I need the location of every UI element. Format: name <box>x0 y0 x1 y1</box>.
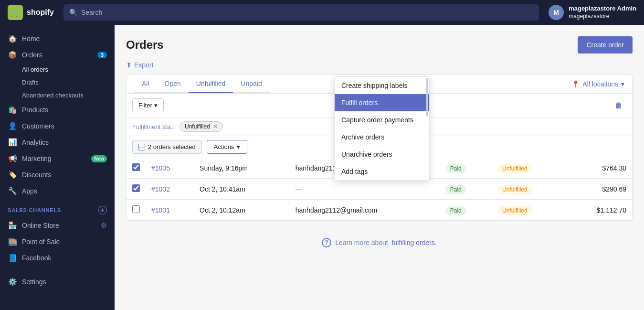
sidebar-item-online-store[interactable]: 🏪 Online Store ⚙ <box>0 217 115 234</box>
user-name: mageplazastore Admin <box>569 5 636 13</box>
dropdown-item-add-tags[interactable]: Add tags <box>335 163 429 180</box>
sidebar-item-label: Discounts <box>22 171 107 179</box>
order-payment-cell: Paid <box>440 158 492 179</box>
sidebar-item-facebook[interactable]: 📘 Facebook <box>0 250 115 266</box>
tab-unfulfilled[interactable]: Unfulfilled <box>189 75 233 93</box>
order-fulfillment-cell: Unfulfilled <box>492 200 566 221</box>
order-date-cell: Sunday, 9:16pm <box>194 158 290 179</box>
order-payment-cell: Paid <box>440 200 492 221</box>
sidebar-item-products[interactable]: 🛍️ Products <box>0 102 115 118</box>
sidebar-item-label: Settings <box>22 278 107 286</box>
scroll-thumb[interactable] <box>426 78 428 116</box>
dropdown-item-unarchive-orders[interactable]: Unarchive orders <box>335 146 429 163</box>
search-input[interactable] <box>81 9 533 16</box>
order-checkbox[interactable] <box>132 184 140 192</box>
search-icon: 🔍 <box>69 9 77 16</box>
online-store-settings-icon[interactable]: ⚙ <box>101 222 107 229</box>
user-area: M mageplazastore Admin mageplazastore <box>549 5 636 20</box>
page-header: Orders Create order <box>126 36 633 53</box>
order-total-cell: $764.30 <box>566 158 632 179</box>
shopify-logo-icon: 🛒 <box>8 5 23 20</box>
actions-chevron-icon: ▾ <box>237 143 240 150</box>
sidebar-item-label: Home <box>22 35 107 43</box>
pos-icon: 🏬 <box>8 237 17 246</box>
online-store-icon: 🏪 <box>8 221 17 230</box>
sidebar-item-point-of-sale[interactable]: 🏬 Point of Sale <box>0 234 115 250</box>
dropdown-item-fulfill-orders[interactable]: Fulfill orders <box>335 94 429 111</box>
order-checkbox[interactable] <box>132 163 140 171</box>
content-area: Orders Create order ⬆ Export All Open Un… <box>115 25 644 310</box>
sidebar-item-label: Orders <box>22 51 93 59</box>
row-checkbox-cell <box>127 158 146 179</box>
all-locations-label: All locations <box>582 80 618 88</box>
export-button[interactable]: ⬆ Export <box>126 61 153 69</box>
filter-chevron-icon: ▾ <box>154 102 158 109</box>
fulfillment-badge: Unfulfilled <box>497 206 532 215</box>
add-sales-channel-icon[interactable]: + <box>98 206 107 214</box>
search-bar[interactable]: 🔍 <box>63 4 539 21</box>
logo-text: shopify <box>27 8 54 17</box>
fulfillment-badge: Unfulfilled <box>497 164 532 173</box>
sidebar-item-label: Apps <box>22 187 107 195</box>
sidebar-item-analytics[interactable]: 📊 Analytics <box>0 134 115 150</box>
actions-button[interactable]: Actions ▾ <box>207 140 248 154</box>
orders-subnav: All orders Drafts Abandoned checkouts <box>0 63 115 102</box>
sidebar-item-label: Analytics <box>22 139 107 146</box>
sidebar-item-orders[interactable]: 📦 Orders 3 <box>0 47 115 63</box>
customers-icon: 👤 <box>8 122 17 130</box>
order-id-link[interactable]: #1002 <box>151 185 170 193</box>
dropdown-item-capture-payments[interactable]: Capture order payments <box>335 111 429 128</box>
sidebar-item-label: Products <box>22 106 107 114</box>
tab-open[interactable]: Open <box>157 75 189 93</box>
order-date-cell: Oct 2, 10:41am <box>194 179 290 200</box>
tab-unpaid[interactable]: Unpaid <box>233 75 269 93</box>
facebook-icon: 📘 <box>8 254 17 262</box>
sidebar-item-home[interactable]: 🏠 Home <box>0 31 115 47</box>
export-label: Export <box>134 61 153 69</box>
sidebar-item-discounts[interactable]: 🏷️ Discounts <box>0 167 115 183</box>
location-pin-icon: 📍 <box>571 80 580 88</box>
table-row: #1002 Oct 2, 10:41am — Paid Unfulfilled … <box>127 179 632 200</box>
order-email-cell: — <box>290 179 440 200</box>
payment-badge: Paid <box>445 164 466 173</box>
main-layout: 🏠 Home 📦 Orders 3 All orders Drafts Aban… <box>0 25 644 310</box>
delete-filter-button[interactable]: 🗑 <box>611 99 626 112</box>
order-id-cell: #1002 <box>146 179 194 200</box>
sidebar-item-all-orders[interactable]: All orders <box>22 63 115 76</box>
order-checkbox[interactable] <box>132 205 140 213</box>
order-id-link[interactable]: #1001 <box>151 206 170 214</box>
filter-button[interactable]: Filter ▾ <box>132 98 164 112</box>
tab-all[interactable]: All <box>134 75 157 93</box>
payment-badge: Paid <box>445 206 466 215</box>
fulfillment-filter-label: Fulfillment sta... <box>132 123 176 130</box>
sidebar-item-customers[interactable]: 👤 Customers <box>0 118 115 134</box>
sidebar-item-marketing[interactable]: 📢 Marketing New <box>0 150 115 167</box>
dropdown-menu: Create shipping labelsFulfill ordersCapt… <box>334 76 430 181</box>
marketing-new-badge: New <box>91 155 107 162</box>
order-total-cell: $290.69 <box>566 179 632 200</box>
products-icon: 🛍️ <box>8 106 17 114</box>
dropdown-item-create-shipping[interactable]: Create shipping labels <box>335 77 429 94</box>
create-order-button[interactable]: Create order <box>578 36 633 53</box>
user-info: mageplazastore Admin mageplazastore <box>569 5 636 20</box>
page-title: Orders <box>126 38 164 52</box>
selected-count: — 2 orders selected <box>132 140 202 154</box>
all-locations-selector[interactable]: 📍 All locations ▾ <box>571 80 624 88</box>
logo-area: 🛒 shopify <box>8 5 54 20</box>
filter-label: Filter <box>138 102 152 109</box>
actions-label: Actions <box>214 143 234 150</box>
orders-badge: 3 <box>97 52 107 58</box>
dropdown-item-archive-orders[interactable]: Archive orders <box>335 128 429 146</box>
order-payment-cell: Paid <box>440 179 492 200</box>
sidebar-item-apps[interactable]: 🔧 Apps <box>0 183 115 199</box>
fulfilling-orders-link[interactable]: fulfilling orders. <box>392 239 437 246</box>
order-id-link[interactable]: #1005 <box>151 164 170 172</box>
row-checkbox-cell <box>127 179 146 200</box>
apps-icon: 🔧 <box>8 187 17 195</box>
fulfillment-badge: Unfulfilled <box>497 185 532 194</box>
sidebar-item-drafts[interactable]: Drafts <box>22 76 115 89</box>
remove-filter-icon[interactable]: ✕ <box>213 123 218 130</box>
sidebar-item-abandoned-checkouts[interactable]: Abandoned checkouts <box>22 89 115 102</box>
sidebar-item-settings[interactable]: ⚙️ Settings <box>0 274 115 290</box>
selected-count-label: 2 orders selected <box>148 143 196 150</box>
